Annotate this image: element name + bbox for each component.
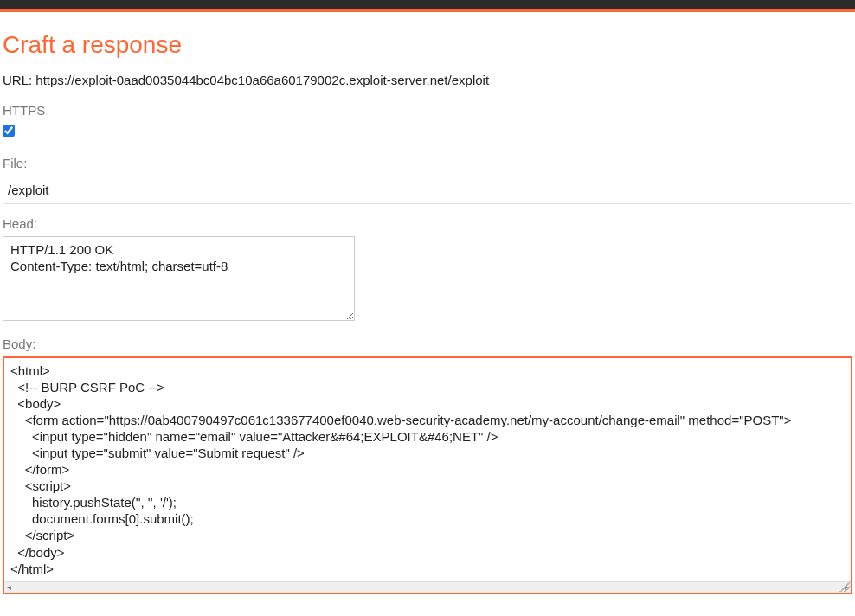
https-field-group: HTTPS [3, 103, 852, 140]
main-content: Craft a response URL: https://exploit-0a… [0, 31, 855, 594]
body-field-group: Body: ◂ ▸ [3, 337, 852, 594]
url-value: https://exploit-0aad0035044bc04bc10a66a6… [35, 73, 489, 87]
body-textarea-wrapper: ◂ ▸ [3, 356, 852, 594]
horizontal-scrollbar[interactable]: ◂ ▸ [4, 581, 851, 593]
head-textarea[interactable] [3, 236, 355, 321]
file-field-group: File: [3, 156, 852, 204]
url-label: URL: [3, 73, 35, 87]
https-label: HTTPS [3, 103, 852, 118]
head-field-group: Head: [3, 216, 852, 324]
scroll-left-arrow-icon[interactable]: ◂ [4, 583, 13, 592]
body-label: Body: [3, 337, 852, 351]
https-checkbox-row [3, 125, 852, 140]
file-label: File: [3, 156, 852, 170]
https-checkbox[interactable] [3, 125, 15, 137]
accent-bar [0, 9, 855, 12]
url-display: URL: https://exploit-0aad0035044bc04bc10… [3, 73, 852, 87]
resize-grip-icon[interactable] [839, 581, 850, 592]
page-title: Craft a response [3, 31, 852, 59]
body-textarea[interactable] [4, 358, 851, 583]
file-input[interactable] [3, 176, 852, 204]
head-label: Head: [3, 216, 852, 231]
top-bar [0, 0, 855, 9]
